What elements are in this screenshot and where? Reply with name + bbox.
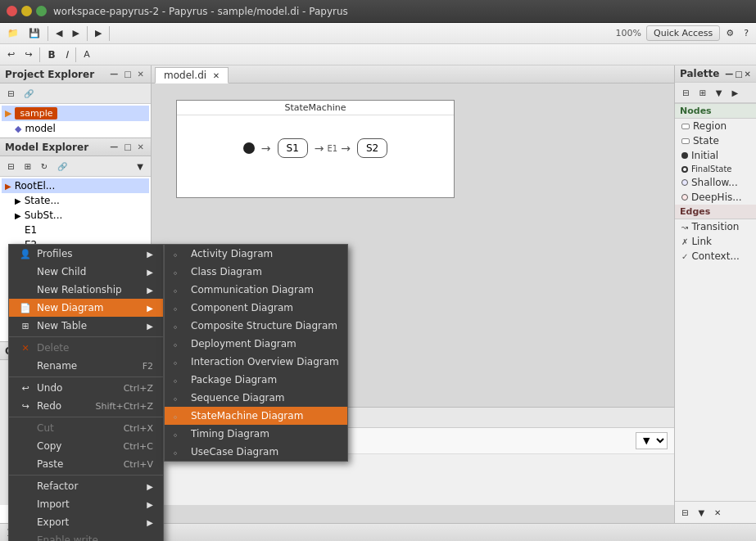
cm-redo[interactable]: ↪ Redo Shift+Ctrl+Z: [9, 397, 163, 415]
italic-button[interactable]: I: [61, 47, 73, 63]
palette-tb-3[interactable]: ▼: [712, 84, 727, 101]
cm-undo[interactable]: ↩ Undo Ctrl+Z: [9, 379, 163, 397]
sm-interaction-diagram[interactable]: ⬦ Interaction Overview Diagram: [165, 353, 347, 371]
tab-close-icon[interactable]: ✕: [213, 71, 220, 80]
sm-component-diagram[interactable]: ⬦ Component Diagram: [165, 299, 347, 317]
file-button[interactable]: 📁: [3, 25, 23, 42]
palette-item-transition[interactable]: ↝ Transition: [675, 219, 756, 234]
palette-tb-2[interactable]: ⊞: [695, 84, 709, 101]
palette-bottom-btn-2[interactable]: ▼: [694, 504, 708, 521]
redo-shortcut: Shift+Ctrl+Z: [79, 401, 153, 412]
palette-item-finalstate[interactable]: FinalState: [675, 163, 756, 175]
palette-tb-1[interactable]: ⊟: [678, 84, 693, 101]
me-tb-btn-2[interactable]: ⊞: [20, 158, 34, 174]
tree-item-subst[interactable]: ▶ SubSt...: [2, 208, 149, 223]
maximize-button[interactable]: [36, 6, 47, 16]
model-label: model: [25, 123, 55, 134]
collapse-all-button[interactable]: ⊟: [3, 85, 18, 101]
palette-close-icon[interactable]: ✕: [745, 70, 751, 79]
palette-bottom-btn-3[interactable]: ✕: [710, 504, 725, 521]
sm-timing-diagram[interactable]: ⬦ Timing Diagram: [165, 425, 347, 443]
sm-deployment-diagram[interactable]: ⬦ Deployment Diagram: [165, 335, 347, 353]
cm-profiles[interactable]: 👤 Profiles ▶: [9, 245, 163, 263]
me-tb-btn-1[interactable]: ⊟: [3, 158, 18, 174]
me-tb-btn-4[interactable]: 🔗: [53, 158, 71, 174]
sm-package-diagram[interactable]: ⬦ Package Diagram: [165, 371, 347, 389]
initial-label: Initial: [691, 150, 718, 161]
palette-item-initial[interactable]: Initial: [675, 148, 756, 163]
link-editor-button[interactable]: 🔗: [20, 85, 38, 101]
component-diagram-icon: ⬦: [173, 304, 186, 313]
deployment-diagram-label: Deployment Diagram: [191, 338, 297, 349]
cm-new-table[interactable]: ⊞ New Table ▶: [9, 317, 163, 335]
sm-class-diagram[interactable]: ⬦ Class Diagram: [165, 263, 347, 281]
palette-item-state[interactable]: State: [675, 133, 756, 148]
project-model-item[interactable]: ◆ model: [2, 121, 149, 136]
format-button[interactable]: A: [79, 47, 94, 63]
cm-refactor[interactable]: Refactor ▶: [9, 477, 163, 495]
sm-composite-diagram[interactable]: ⬦ Composite Structure Diagram: [165, 317, 347, 335]
cm-new-diagram[interactable]: 📄 New Diagram ▶: [9, 299, 163, 317]
shallow-icon: [681, 179, 688, 186]
profiles-icon: 👤: [19, 249, 32, 259]
new-child-label: New Child: [37, 266, 86, 277]
palette-item-context[interactable]: ✓ Context...: [675, 249, 756, 264]
state-s1[interactable]: S1: [278, 138, 308, 158]
palette-tb-4[interactable]: ▶: [727, 84, 742, 101]
back-button[interactable]: ◀: [52, 25, 66, 42]
sm-communication-diagram[interactable]: ⬦ Communication Diagram: [165, 281, 347, 299]
cm-new-child[interactable]: New Child ▶: [9, 263, 163, 281]
editor-tab-model[interactable]: model.di ✕: [155, 67, 229, 83]
close-panel-icon[interactable]: ✕: [136, 69, 146, 79]
cm-copy[interactable]: Copy Ctrl+C: [9, 437, 163, 455]
preferences-button[interactable]: ⚙: [722, 25, 738, 42]
properties-dropdown[interactable]: ▼: [636, 432, 668, 449]
cm-enable-write: Enable write: [9, 531, 163, 541]
project-sample-item[interactable]: ▶ sample: [2, 106, 149, 121]
me-minimize-icon[interactable]: —: [108, 142, 120, 152]
link-icon: ✗: [681, 237, 688, 246]
palette-item-shallow[interactable]: Shallow...: [675, 175, 756, 190]
quick-access-button[interactable]: Quick Access: [646, 25, 720, 41]
cm-paste[interactable]: Paste Ctrl+V: [9, 455, 163, 473]
palette-min-icon[interactable]: —: [725, 70, 733, 79]
me-menu-btn[interactable]: ▼: [133, 158, 147, 174]
bold-button[interactable]: B: [43, 47, 59, 63]
palette-item-region[interactable]: Region: [675, 119, 756, 133]
palette-edges-header[interactable]: Edges: [675, 205, 756, 219]
maximize-panel-icon[interactable]: □: [122, 69, 133, 79]
sm-usecase-diagram[interactable]: ⬦ UseCase Diagram: [165, 443, 347, 461]
minimize-button[interactable]: [21, 6, 32, 16]
forward-button[interactable]: ▶: [68, 25, 83, 42]
close-button[interactable]: [7, 6, 17, 16]
run-button[interactable]: ▶: [91, 25, 106, 42]
me-maximize-icon[interactable]: □: [122, 142, 133, 152]
toolbar-btn-2[interactable]: ↪: [20, 47, 36, 63]
state-s2[interactable]: S2: [357, 138, 387, 158]
save-button[interactable]: 💾: [25, 25, 44, 42]
toolbar-btn-1[interactable]: ↩: [3, 47, 19, 63]
me-close-icon[interactable]: ✕: [136, 142, 146, 152]
sm-sequence-diagram[interactable]: ⬦ Sequence Diagram: [165, 389, 347, 407]
cm-import[interactable]: Import ▶: [9, 495, 163, 513]
cm-export[interactable]: Export ▶: [9, 513, 163, 531]
tree-item-e1[interactable]: E1: [2, 223, 149, 237]
palette-item-link[interactable]: ✗ Link: [675, 234, 756, 249]
sm-statemachine-diagram[interactable]: ⬦ StateMachine Diagram: [165, 407, 347, 425]
cm-rename[interactable]: Rename F2: [9, 357, 163, 375]
rename-shortcut: F2: [126, 361, 153, 372]
new-diagram-icon: 📄: [19, 303, 32, 313]
delete-icon: ✕: [19, 343, 32, 354]
cm-new-relationship[interactable]: New Relationship ▶: [9, 281, 163, 299]
palette-max-icon[interactable]: □: [735, 70, 742, 79]
minimize-panel-icon[interactable]: —: [108, 69, 120, 79]
sm-activity-diagram[interactable]: ⬦ Activity Diagram: [165, 245, 347, 263]
tree-item-rootel[interactable]: ▶ RootEl...: [2, 178, 149, 193]
me-tb-btn-3[interactable]: ↻: [37, 158, 52, 174]
tree-item-state[interactable]: ▶ State...: [2, 193, 149, 208]
palette-nodes-header[interactable]: Nodes: [675, 104, 756, 119]
palette-bottom-btn-1[interactable]: ⊟: [677, 504, 692, 521]
project-explorer-tree: ▶ sample ◆ model: [0, 104, 151, 138]
palette-item-deep[interactable]: DeepHis...: [675, 190, 756, 205]
help-button[interactable]: ?: [740, 25, 753, 42]
